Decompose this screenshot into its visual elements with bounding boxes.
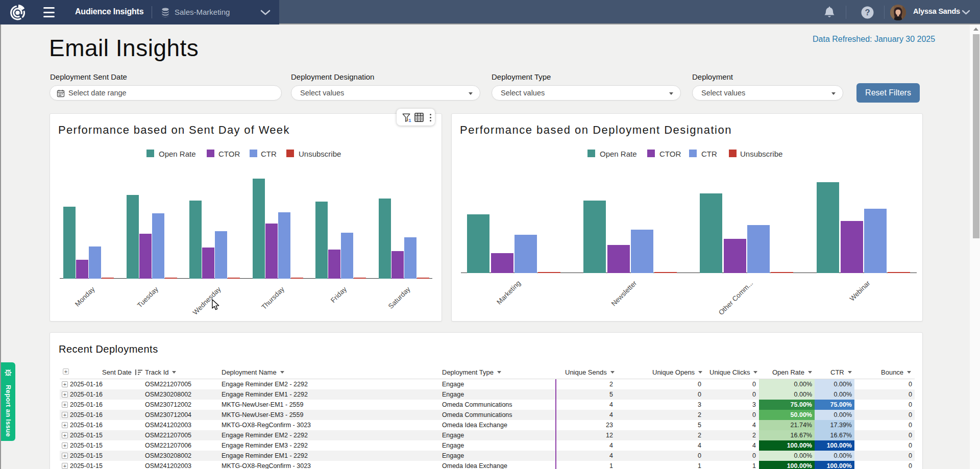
svg-text:?: ? <box>865 8 870 17</box>
svg-text:1: 1 <box>408 117 411 122</box>
